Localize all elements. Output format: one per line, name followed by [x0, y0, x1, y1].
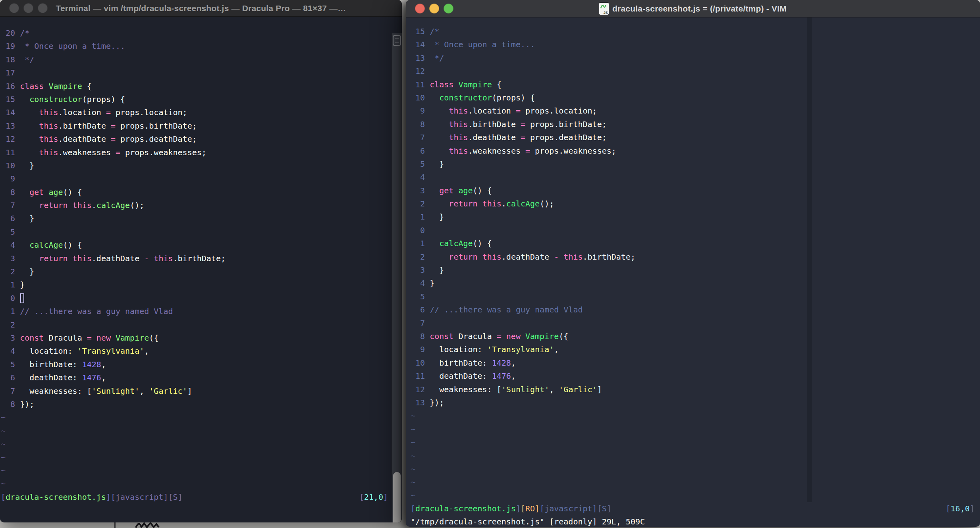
empty-buffer-line: ~	[411, 476, 980, 489]
macvim-window: JS dracula-screenshot.js = (/private/tmp…	[406, 0, 980, 527]
code-line: 15 /*	[411, 25, 980, 38]
code-line: 6 this.weaknesses = props.weaknesses;	[411, 145, 980, 158]
terminal-content: 20 /* 19 * Once upon a time... 18 */ 17 …	[0, 17, 402, 522]
empty-buffer-line: ~	[411, 449, 980, 462]
code-line: 13 this.birthDate = props.birthDate;	[1, 119, 392, 133]
window-title: dracula-screenshot.js = (/private/tmp) -…	[612, 4, 787, 13]
code-line: 20 /*	[1, 27, 392, 40]
empty-buffer-line: ~	[411, 423, 980, 436]
code-line: 2 return this.deathDate - this.birthDate…	[411, 251, 980, 264]
macvim-content: 15 /* 14 * Once upon a time... 13 */ 12 …	[406, 17, 980, 527]
macvim-titlebar[interactable]: JS dracula-screenshot.js = (/private/tmp…	[406, 0, 980, 17]
minimize-button[interactable]	[23, 3, 33, 13]
code-line: 13 });	[411, 396, 980, 409]
empty-buffer-line: ~	[411, 436, 980, 449]
code-line: 10 constructor(props) {	[411, 91, 980, 104]
code-line: 3 const Dracula = new Vampire({	[1, 331, 392, 345]
code-line: 12 weaknesses: ['Sunlight', 'Garlic']	[411, 383, 980, 396]
code-line: 10 }	[1, 159, 392, 172]
code-line: 1 // ...there was a guy named Vlad	[1, 305, 392, 318]
code-line: 9 location: 'Transylvania',	[411, 343, 980, 356]
code-line: 5 birthDate: 1428,	[1, 358, 392, 371]
traffic-lights	[0, 0, 48, 16]
code-line: 4 calcAge() {	[1, 239, 392, 252]
code-line: 1 calcAge() {	[411, 237, 980, 250]
code-line: 0	[411, 224, 980, 237]
code-line: 9	[1, 172, 392, 185]
cursor-position: [16,0]	[946, 502, 974, 515]
empty-buffer-line: ~	[1, 424, 392, 437]
empty-buffer-line: ~	[411, 409, 980, 422]
empty-buffer-line: ~	[1, 464, 392, 477]
vim-cursor	[20, 293, 24, 303]
vim-text-area[interactable]: 15 /* 14 * Once upon a time... 13 */ 12 …	[411, 17, 980, 527]
code-line: 6 }	[1, 212, 392, 225]
terminal-titlebar[interactable]: Terminal — vim /tmp/dracula-screenshot.j…	[0, 0, 402, 17]
code-line: 3 get age() {	[411, 184, 980, 197]
code-line: 8 });	[1, 398, 392, 411]
close-button[interactable]	[9, 3, 19, 13]
code-line: 17	[1, 66, 392, 79]
code-line: 19 * Once upon a time...	[1, 40, 392, 53]
code-line: 2 return this.calcAge();	[411, 197, 980, 210]
code-line: 13 */	[411, 52, 980, 65]
code-line: 5 }	[411, 158, 980, 171]
code-line: 11 this.weaknesses = props.weaknesses;	[1, 146, 392, 159]
vim-statusline: [dracula-screenshot.js][javascript][S][2…	[1, 491, 392, 504]
code-line: 7 weaknesses: ['Sunlight', 'Garlic']	[1, 385, 392, 398]
code-line: 2	[1, 318, 392, 331]
minimize-button[interactable]	[429, 4, 439, 13]
empty-buffer-line: ~	[1, 411, 392, 424]
vim-command-line: "/tmp/dracula-screenshot.js" [readonly] …	[411, 515, 980, 527]
desktop-scrap-blob	[135, 522, 171, 528]
code-line: 7 return this.calcAge();	[1, 199, 392, 212]
empty-buffer-line: ~	[1, 451, 392, 464]
code-line: 11 class Vampire {	[411, 78, 980, 91]
empty-buffer-line: ~	[411, 462, 980, 476]
traffic-lights	[406, 0, 453, 17]
vim-text-area[interactable]: 20 /* 19 * Once upon a time... 18 */ 17 …	[1, 17, 392, 517]
empty-buffer-line: ~	[1, 477, 392, 490]
code-line: 12 this.deathDate = props.deathDate;	[1, 133, 392, 146]
empty-buffer-line: ~	[1, 437, 392, 451]
code-line: 5	[1, 225, 392, 239]
code-line: 15 constructor(props) {	[1, 93, 392, 106]
code-line: 7	[411, 317, 980, 330]
split-pane-icon[interactable]	[393, 35, 401, 46]
code-line: 8 get age() {	[1, 186, 392, 199]
code-line: 2 }	[1, 265, 392, 278]
desktop-scrap-line	[114, 522, 116, 528]
window-title: Terminal — vim /tmp/dracula-screenshot.j…	[56, 4, 346, 13]
code-line: 0	[1, 292, 392, 305]
code-line: 5	[411, 290, 980, 303]
code-line: 3 }	[411, 264, 980, 277]
code-line: 4 location: 'Transylvania',	[1, 345, 392, 358]
code-line: 14 * Once upon a time...	[411, 38, 980, 51]
code-line: 6 deathDate: 1476,	[1, 371, 392, 384]
zoom-button[interactable]	[444, 4, 453, 13]
code-line: 1 }	[1, 278, 392, 291]
js-file-icon: JS	[599, 3, 609, 15]
code-line: 8 this.birthDate = props.birthDate;	[411, 118, 980, 131]
vim-statusline: [dracula-screenshot.js][RO][javascript][…	[411, 502, 980, 515]
code-line: 4	[411, 171, 980, 184]
code-line: 18 */	[1, 53, 392, 66]
code-line: 10 birthDate: 1428,	[411, 356, 980, 370]
terminal-window: Terminal — vim /tmp/dracula-screenshot.j…	[0, 0, 402, 522]
code-line: 12	[411, 65, 980, 78]
terminal-scrollbar-track[interactable]	[392, 33, 402, 522]
code-line: 6 // ...there was a guy named Vlad	[411, 303, 980, 316]
code-line: 4 }	[411, 277, 980, 290]
code-line: 1 }	[411, 210, 980, 224]
code-line: 14 this.location = props.location;	[1, 106, 392, 119]
code-line: 16 class Vampire {	[1, 80, 392, 93]
code-line: 3 return this.deathDate - this.birthDate…	[1, 252, 392, 265]
zoom-button[interactable]	[38, 3, 48, 13]
close-button[interactable]	[415, 4, 425, 13]
code-line: 8 const Dracula = new Vampire({	[411, 330, 980, 343]
scrollbar-thumb[interactable]	[393, 472, 401, 522]
code-line: 9 this.location = props.location;	[411, 104, 980, 118]
empty-buffer-line: ~	[411, 489, 980, 502]
cursor-position: [21,0]	[359, 491, 388, 504]
code-line: 11 deathDate: 1476,	[411, 370, 980, 383]
